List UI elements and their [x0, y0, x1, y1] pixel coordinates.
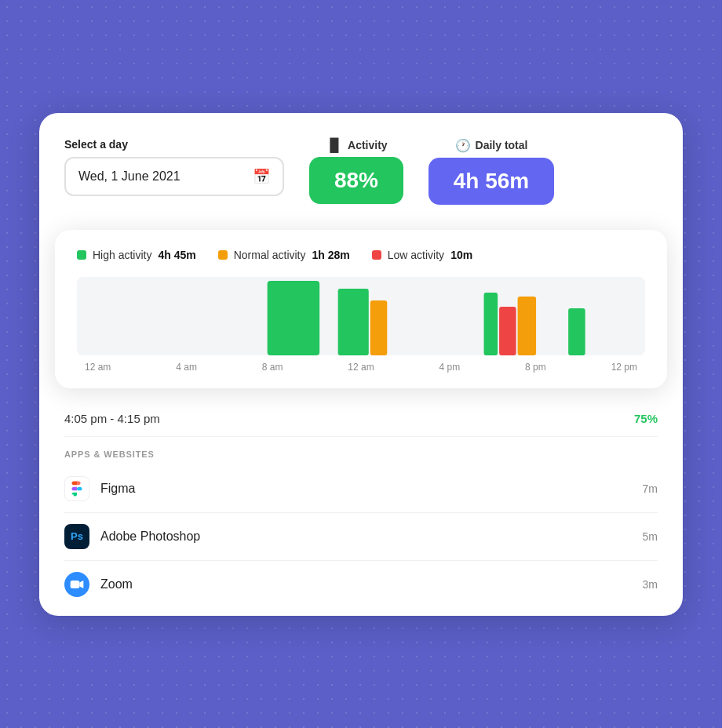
legend-normal: Normal activity 1h 28m: [218, 249, 350, 261]
app-row-zoom: Zoom 3m: [64, 561, 658, 616]
calendar-icon: 📅: [253, 168, 270, 185]
app-left-figma: Figma: [64, 476, 135, 501]
activity-group: ▐▌ Activity 88%: [309, 138, 403, 204]
time-label-0: 12 am: [85, 362, 111, 373]
low-dot: [372, 250, 381, 260]
date-picker-group: Select a day Wed, 1 June 2021 📅: [64, 138, 284, 196]
svg-rect-2: [338, 289, 369, 355]
svg-marker-9: [79, 581, 83, 588]
normal-value: 1h 28m: [312, 249, 350, 261]
low-label: Low activity: [388, 249, 444, 261]
high-dot: [77, 250, 86, 260]
photoshop-icon: Ps: [64, 524, 89, 549]
svg-rect-8: [71, 581, 80, 588]
daily-total-group: 🕐 Daily total 4h 56m: [428, 138, 554, 205]
figma-time: 7m: [643, 482, 658, 495]
time-label-3: 12 am: [348, 362, 374, 373]
photoshop-name: Adobe Photoshop: [100, 530, 200, 544]
figma-icon: [64, 476, 89, 501]
figma-name: Figma: [100, 482, 135, 496]
time-label-2: 8 am: [262, 362, 283, 373]
chart-svg: [77, 277, 645, 355]
zoom-name: Zoom: [100, 577, 133, 592]
photoshop-time: 5m: [643, 530, 658, 543]
chart-area: [77, 277, 645, 355]
normal-label: Normal activity: [234, 249, 306, 261]
time-label-6: 12 pm: [611, 362, 637, 373]
date-value: Wed, 1 June 2021: [78, 169, 180, 184]
svg-rect-7: [568, 308, 585, 355]
activity-label: ▐▌ Activity: [325, 138, 387, 152]
zoom-time: 3m: [643, 578, 658, 591]
app-left-zoom: Zoom: [64, 572, 133, 597]
time-percentage: 75%: [634, 412, 658, 425]
svg-rect-3: [370, 300, 388, 355]
svg-rect-5: [499, 307, 516, 355]
time-range: 4:05 pm - 4:15 pm: [64, 412, 160, 425]
bottom-section: 4:05 pm - 4:15 pm 75% APPS & WEBSITES Fi…: [64, 388, 658, 616]
app-row-photoshop: Ps Adobe Photoshop 5m: [64, 513, 658, 561]
main-card: Select a day Wed, 1 June 2021 📅 ▐▌ Activ…: [39, 113, 683, 616]
legend: High activity 4h 45m Normal activity 1h …: [77, 249, 645, 261]
legend-high: High activity 4h 45m: [77, 249, 196, 261]
apps-section-label: APPS & WEBSITES: [64, 437, 658, 465]
top-section: Select a day Wed, 1 June 2021 📅 ▐▌ Activ…: [64, 138, 658, 205]
zoom-icon: [64, 572, 89, 597]
time-label-5: 8 pm: [525, 362, 546, 373]
time-label-4: 4 pm: [439, 362, 461, 373]
app-row-figma: Figma 7m: [64, 465, 658, 513]
high-value: 4h 45m: [158, 249, 195, 261]
date-input[interactable]: Wed, 1 June 2021 📅: [64, 157, 284, 196]
activity-badge: 88%: [309, 157, 403, 204]
chart-card: High activity 4h 45m Normal activity 1h …: [55, 230, 667, 388]
time-slot-row: 4:05 pm - 4:15 pm 75%: [64, 401, 658, 437]
svg-rect-6: [518, 297, 536, 355]
daily-total-badge: 4h 56m: [428, 158, 554, 205]
bar-chart-icon: ▐▌: [325, 138, 343, 152]
svg-rect-4: [484, 293, 498, 355]
date-label: Select a day: [64, 138, 284, 151]
normal-dot: [218, 250, 228, 260]
svg-rect-1: [268, 281, 320, 355]
daily-total-label: 🕐 Daily total: [455, 138, 528, 153]
time-labels: 12 am 4 am 8 am 12 am 4 pm 8 pm 12 pm: [77, 362, 645, 373]
time-label-1: 4 am: [176, 362, 197, 373]
clock-icon: 🕐: [455, 138, 471, 153]
high-label: High activity: [93, 249, 151, 261]
low-value: 10m: [450, 249, 472, 261]
app-left-photoshop: Ps Adobe Photoshop: [64, 524, 200, 549]
legend-low: Low activity 10m: [372, 249, 472, 261]
